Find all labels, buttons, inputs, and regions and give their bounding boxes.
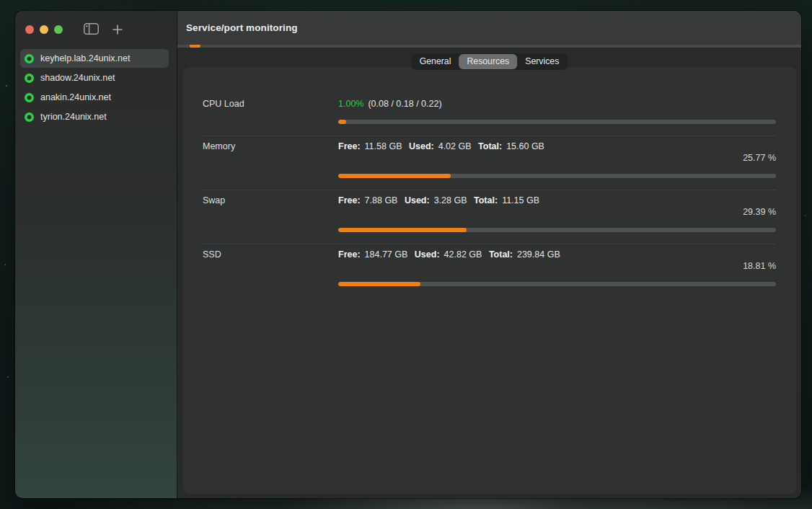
- tab-content-panel: CPU Load 1.00%(0.08 / 0.18 / 0.22): [183, 67, 796, 494]
- sidebar: keyhelp.lab.24unix.net shadow.24unix.net…: [15, 11, 177, 498]
- free-value: 11.58 GB: [365, 141, 402, 151]
- used-value: 4.02 GB: [438, 141, 472, 151]
- zoom-window-icon[interactable]: [54, 25, 63, 34]
- cpu-progress-bar: [338, 120, 776, 124]
- cpu-progress-fill: [338, 120, 346, 124]
- status-online-icon: [25, 93, 34, 102]
- sidebar-item-server[interactable]: tyrion.24unix.net: [20, 107, 169, 126]
- row-label: Swap: [203, 195, 338, 232]
- page-title: Service/port monitoring: [186, 22, 298, 33]
- swap-progress-bar: [338, 228, 776, 232]
- sidebar-item-server[interactable]: keyhelp.lab.24unix.net: [20, 49, 169, 68]
- main-pane: Service/port monitoring CPU Load 1.00%(0…: [177, 11, 801, 498]
- free-value: 7.88 GB: [365, 195, 398, 205]
- used-value: 3.28 GB: [434, 195, 467, 205]
- ssd-value-line: Free:184.77 GB Used:42.82 GB Total:239.8…: [338, 249, 776, 260]
- tab-services[interactable]: Services: [517, 54, 567, 69]
- server-name: shadow.24unix.net: [40, 73, 115, 83]
- total-label: Total:: [474, 195, 498, 205]
- tab-resources[interactable]: Resources: [459, 54, 517, 69]
- status-online-icon: [25, 112, 34, 122]
- ssd-progress-bar: [338, 282, 776, 286]
- total-label: Total:: [478, 141, 502, 151]
- row-label: SSD: [203, 249, 338, 286]
- close-window-icon[interactable]: [25, 25, 34, 34]
- cpu-load-value: 1.00%: [338, 99, 363, 109]
- status-online-icon: [25, 74, 34, 83]
- swap-value-line: Free:7.88 GB Used:3.28 GB Total:11.15 GB: [338, 195, 776, 206]
- used-value: 42.82 GB: [444, 249, 482, 260]
- traffic-lights: [25, 25, 63, 34]
- total-value: 11.15 GB: [502, 195, 539, 205]
- row-label: Memory: [203, 141, 338, 178]
- free-value: 184.77 GB: [365, 249, 408, 260]
- swap-progress-fill: [338, 228, 467, 232]
- used-label: Used:: [405, 195, 430, 205]
- sidebar-item-server[interactable]: anakin.24unix.net: [20, 88, 169, 107]
- tab-general[interactable]: General: [412, 54, 459, 69]
- total-value: 239.84 GB: [517, 249, 560, 260]
- resource-row-cpu: CPU Load 1.00%(0.08 / 0.18 / 0.22): [203, 67, 776, 136]
- titlebar: Service/port monitoring: [177, 11, 801, 45]
- sidebar-item-server[interactable]: shadow.24unix.net: [20, 68, 169, 87]
- server-name: keyhelp.lab.24unix.net: [40, 53, 130, 63]
- server-list: keyhelp.lab.24unix.net shadow.24unix.net…: [15, 48, 177, 127]
- row-label: CPU Load: [203, 99, 338, 124]
- memory-progress-bar: [338, 174, 776, 178]
- minimize-window-icon[interactable]: [40, 25, 48, 34]
- add-server-icon[interactable]: [112, 24, 123, 35]
- tab-bar: General Resources Services: [411, 53, 568, 70]
- desktop-background: [6, 85, 7, 87]
- memory-value-line: Free:11.58 GB Used:4.02 GB Total:15.60 G…: [338, 141, 776, 152]
- ssd-progress-fill: [338, 282, 420, 286]
- used-label: Used:: [415, 249, 440, 260]
- resource-row-memory: Memory Free:11.58 GB Used:4.02 GB Total:…: [203, 136, 776, 190]
- server-name: anakin.24unix.net: [40, 92, 111, 102]
- free-label: Free:: [338, 249, 361, 260]
- app-window: keyhelp.lab.24unix.net shadow.24unix.net…: [15, 11, 801, 498]
- ssd-percent: 18.81 %: [338, 261, 776, 272]
- toggle-sidebar-icon[interactable]: [84, 23, 99, 35]
- content-area: CPU Load 1.00%(0.08 / 0.18 / 0.22): [177, 48, 801, 498]
- resource-rows: CPU Load 1.00%(0.08 / 0.18 / 0.22): [203, 67, 776, 298]
- total-label: Total:: [489, 249, 513, 260]
- cpu-load-averages: (0.08 / 0.18 / 0.22): [368, 99, 441, 109]
- server-name: tyrion.24unix.net: [40, 112, 107, 122]
- memory-progress-fill: [338, 174, 451, 178]
- used-label: Used:: [409, 141, 434, 151]
- cpu-value-line: 1.00%(0.08 / 0.18 / 0.22): [338, 99, 776, 110]
- status-online-icon: [25, 54, 34, 63]
- swap-percent: 29.39 %: [338, 207, 776, 218]
- free-label: Free:: [338, 195, 361, 205]
- memory-percent: 25.77 %: [338, 153, 776, 164]
- free-label: Free:: [338, 141, 361, 151]
- total-value: 15.60 GB: [506, 141, 544, 151]
- resource-row-swap: Swap Free:7.88 GB Used:3.28 GB Total:11.…: [203, 190, 776, 244]
- resource-row-ssd: SSD Free:184.77 GB Used:42.82 GB Total:2…: [203, 244, 776, 298]
